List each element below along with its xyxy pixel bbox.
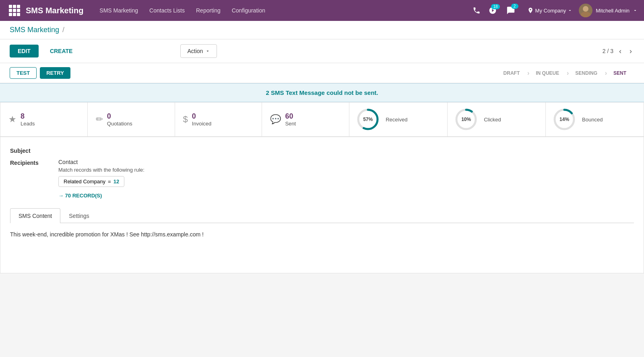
rule-value: 12 [114, 178, 119, 185]
svg-point-0 [583, 6, 588, 12]
activity-badge: 18 [491, 4, 500, 9]
stat-invoiced[interactable]: $ 0 Invoiced [175, 103, 262, 136]
rule-tag[interactable]: Related Company = 12 [58, 176, 124, 187]
topnav-right: 18 2 My Company Mitchell Admin [470, 4, 638, 17]
clicked-circle: 10% [454, 107, 478, 131]
recipients-row: Recipients Contact Match records with th… [10, 159, 634, 199]
stat-clicked[interactable]: 10% Clicked [448, 103, 546, 136]
top-navigation: SMS Marketing SMS Marketing Contacts Lis… [0, 0, 644, 21]
nav-reporting[interactable]: Reporting [191, 5, 225, 16]
svg-point-1 [581, 12, 590, 17]
message-icon: 💬 [270, 114, 281, 125]
stat-leads[interactable]: ★ 8 Leads [0, 103, 88, 136]
edit-icon: ✏ [96, 114, 103, 125]
user-name: Mitchell Admin [596, 8, 630, 14]
nav-configuration[interactable]: Configuration [227, 5, 270, 16]
status-pipeline: TEST RETRY DRAFT IN QUEUE SENDING SENT [0, 63, 644, 83]
sent-label: Sent [285, 121, 296, 127]
bounced-circle: 14% [552, 107, 576, 131]
toolbar: EDIT CREATE Action 2 / 3 ‹ › [0, 39, 644, 63]
chat-icon-btn[interactable]: 2 [504, 4, 518, 17]
action-button[interactable]: Action [180, 44, 217, 58]
company-name: My Company [535, 8, 566, 14]
alert-message: 2 SMS Text Message could not be sent. [266, 89, 378, 96]
stats-row: ★ 8 Leads ✏ 0 Quotations $ 0 Invoiced 💬 … [0, 102, 644, 137]
action-label: Action [187, 48, 203, 54]
subject-row: Subject [10, 147, 634, 154]
leads-info: 8 Leads [21, 112, 35, 127]
leads-label: Leads [21, 121, 35, 127]
nav-position: 2 / 3 [603, 48, 613, 54]
invoiced-count: 0 [192, 112, 211, 121]
prev-button[interactable]: ‹ [617, 46, 624, 56]
star-icon: ★ [8, 114, 17, 125]
sent-count: 60 [285, 112, 296, 121]
stat-bounced[interactable]: 14% Bounced [546, 103, 644, 136]
nav-contacts-lists[interactable]: Contacts Lists [144, 5, 190, 16]
quotations-info: 0 Quotations [107, 112, 132, 127]
tabs-bar: SMS Content Settings [10, 208, 634, 223]
retry-button[interactable]: RETRY [40, 67, 70, 79]
breadcrumb-parent[interactable]: SMS Marketing [10, 26, 59, 34]
nav-arrows: 2 / 3 ‹ › [603, 46, 634, 56]
received-percent: 57% [363, 117, 373, 122]
bounced-percent: 14% [559, 117, 569, 122]
received-circle: 57% [356, 107, 380, 131]
stat-sent[interactable]: 💬 60 Sent [262, 103, 349, 136]
invoiced-label: Invoiced [192, 121, 211, 127]
create-button[interactable]: CREATE [43, 45, 79, 57]
recipients-label: Recipients [10, 159, 58, 166]
main-content: Subject Recipients Contact Match records… [0, 137, 644, 273]
chat-badge: 2 [511, 4, 518, 9]
stage-inqueue[interactable]: IN QUEUE [528, 66, 567, 80]
rule-operator: = [108, 178, 111, 185]
app-grid-menu[interactable] [6, 0, 23, 21]
received-label: Received [386, 117, 407, 123]
dollar-icon: $ [183, 114, 188, 125]
leads-count: 8 [21, 112, 35, 121]
stage-draft[interactable]: DRAFT [495, 66, 528, 80]
company-selector[interactable]: My Company [524, 6, 576, 15]
tab-settings[interactable]: Settings [60, 208, 98, 223]
match-text: Match records with the following rule: [58, 167, 144, 173]
recipients-value: Contact [58, 159, 144, 165]
breadcrumb-separator: / [62, 26, 64, 34]
pipeline-actions: TEST RETRY [10, 63, 70, 83]
breadcrumb: SMS Marketing / [0, 21, 644, 39]
alert-banner: 2 SMS Text Message could not be sent. [0, 83, 644, 102]
edit-button[interactable]: EDIT [10, 45, 39, 57]
recipients-content: Contact Match records with the following… [58, 159, 144, 199]
clicked-label: Clicked [484, 117, 501, 123]
test-button[interactable]: TEST [10, 67, 37, 79]
records-link[interactable]: → 70 RECORD(S) [58, 193, 144, 199]
topnav-links: SMS Marketing Contacts Lists Reporting C… [95, 5, 470, 16]
grid-icon [9, 5, 20, 16]
stage-sent[interactable]: SENT [605, 66, 634, 80]
stage-sending[interactable]: SENDING [567, 66, 605, 80]
sent-info: 60 Sent [285, 112, 296, 127]
user-avatar [579, 4, 592, 17]
stat-received[interactable]: 57% Received [349, 103, 448, 136]
stat-quotations[interactable]: ✏ 0 Quotations [88, 103, 175, 136]
phone-icon-btn[interactable] [470, 4, 483, 17]
quotations-label: Quotations [107, 121, 132, 127]
next-button[interactable]: › [627, 46, 634, 56]
tab-sms-content[interactable]: SMS Content [10, 208, 60, 223]
subject-label: Subject [10, 147, 58, 154]
invoiced-info: 0 Invoiced [192, 112, 211, 127]
sms-content-text: This week-end, incredible promotion for … [10, 231, 634, 238]
app-brand: SMS Marketing [26, 6, 83, 15]
activity-icon-btn[interactable]: 18 [486, 4, 499, 17]
bounced-label: Bounced [582, 117, 603, 123]
user-section[interactable]: Mitchell Admin [579, 4, 638, 17]
nav-sms-marketing[interactable]: SMS Marketing [95, 5, 143, 16]
tab-content: This week-end, incredible promotion for … [10, 223, 634, 263]
pipeline-stages: DRAFT IN QUEUE SENDING SENT [495, 66, 634, 80]
rule-field: Related Company [64, 178, 105, 185]
clicked-percent: 10% [461, 117, 471, 122]
quotations-count: 0 [107, 112, 132, 121]
